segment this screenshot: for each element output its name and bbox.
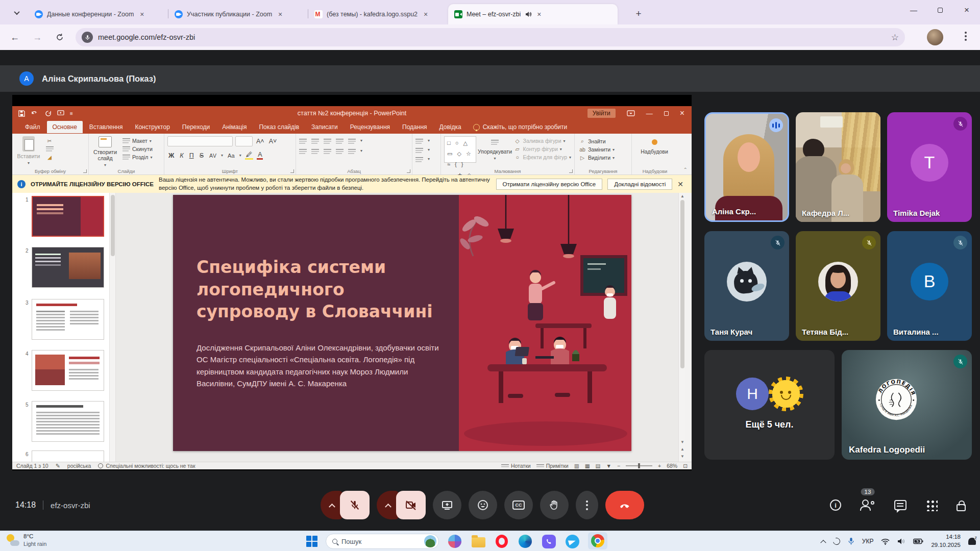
tab-close-icon[interactable]: × xyxy=(422,10,430,18)
raise-hand-button[interactable] xyxy=(540,491,569,519)
camera-control[interactable] xyxy=(377,491,426,519)
dialog-launcher-icon[interactable] xyxy=(569,169,573,173)
font-color-button[interactable]: А xyxy=(257,151,263,160)
slide-sorter-button[interactable]: ▦ xyxy=(585,463,590,469)
search-box[interactable]: Пошук xyxy=(326,534,439,549)
url-text[interactable]: meet.google.com/efz-osvr-zbi xyxy=(98,33,195,41)
menu-review[interactable]: Рецензування xyxy=(345,121,396,133)
smartart-convert-icon[interactable] xyxy=(415,157,423,163)
forward-button[interactable]: → xyxy=(30,30,45,45)
layout-button[interactable]: Макет▾ xyxy=(122,138,153,144)
window-minimize-button[interactable]: — xyxy=(900,0,927,20)
normal-view-button[interactable]: ▥ xyxy=(574,463,579,469)
qat-customize-icon[interactable]: ≡ xyxy=(70,111,73,116)
numbering-icon[interactable] xyxy=(311,138,319,144)
tab-close-icon[interactable]: × xyxy=(138,10,146,18)
reload-button[interactable] xyxy=(52,30,67,45)
mic-permission-icon[interactable] xyxy=(82,32,93,43)
shape-effects-button[interactable]: ○Ефекти для фігур▾ xyxy=(514,154,571,160)
tab-gmail[interactable]: (без темы) - kafedra.logo.sspu2 × xyxy=(308,4,447,24)
start-slideshow-icon[interactable] xyxy=(57,110,64,116)
thumbnail-item[interactable]: 3 xyxy=(26,299,104,340)
opera-icon[interactable] xyxy=(494,534,509,549)
comments-button[interactable]: Примітки xyxy=(536,463,569,469)
align-right-icon[interactable] xyxy=(324,148,331,155)
chat-button[interactable] xyxy=(894,500,906,510)
license-details-button[interactable]: Докладні відомості xyxy=(607,179,672,190)
menu-transitions[interactable]: Переходи xyxy=(177,121,215,133)
start-button[interactable] xyxy=(306,536,317,547)
participant-tile-alina[interactable]: Аліна Скр... xyxy=(704,112,789,222)
thumbnail-slide-2[interactable] xyxy=(32,247,104,288)
participant-tile-kafedra-logopedii[interactable]: ЛОГОПЕДІЯ СумДПУ імені А.С. Макаренка Ka… xyxy=(842,350,972,460)
arrange-button[interactable]: Упорядкувати▾ xyxy=(480,136,510,163)
dialog-launcher-icon[interactable] xyxy=(290,169,294,173)
align-text-icon[interactable] xyxy=(415,147,423,154)
telegram-icon[interactable] xyxy=(565,534,580,549)
change-case-button[interactable]: Аа xyxy=(227,153,236,159)
end-call-button[interactable] xyxy=(605,491,644,519)
underline-button[interactable]: П xyxy=(188,152,195,159)
next-slide-icon[interactable]: ▼ xyxy=(680,454,684,459)
copy-button[interactable] xyxy=(46,146,54,152)
tab-zoom-1[interactable]: Данные конференции - Zoom × xyxy=(29,4,167,24)
back-button[interactable]: ← xyxy=(7,30,22,45)
participant-tile-vitalina[interactable]: B Виталина ... xyxy=(887,231,972,341)
chrome-taskbar-active[interactable] xyxy=(588,532,607,549)
replace-button[interactable]: abЗамінити▾ xyxy=(579,146,628,153)
menu-slideshow[interactable]: Показ слайдів xyxy=(253,121,305,133)
signin-button[interactable]: Увійти xyxy=(587,109,616,118)
more-options-button[interactable] xyxy=(576,491,598,519)
italic-button[interactable]: К xyxy=(179,152,184,159)
zoom-slider-handle[interactable] xyxy=(638,463,640,468)
thumbnail-item[interactable]: 6 xyxy=(26,450,104,462)
reading-view-button[interactable]: ▤ xyxy=(596,463,601,469)
decrease-indent-icon[interactable] xyxy=(324,138,331,144)
ppt-minimize-button[interactable]: — xyxy=(646,110,653,117)
thumbnail-item[interactable]: 5 xyxy=(26,401,104,442)
mic-control[interactable] xyxy=(321,491,370,519)
paste-button[interactable]: Вставити▾ xyxy=(15,136,42,165)
thumbnail-scrollbar[interactable] xyxy=(110,193,116,462)
present-button[interactable] xyxy=(433,491,461,519)
update-sync-icon[interactable] xyxy=(831,536,841,546)
clock[interactable]: 14:18 29.10.2025 xyxy=(931,533,961,549)
menu-view[interactable]: Подання xyxy=(397,121,432,133)
language-indicator[interactable]: УКР xyxy=(862,538,874,545)
participant-tile-kafedra-l[interactable]: Кафедра Л... xyxy=(796,112,880,222)
language-indicator[interactable]: російська xyxy=(67,463,91,469)
tab-zoom-2[interactable]: Участник публикации - Zoom × xyxy=(168,4,307,24)
redo-icon[interactable] xyxy=(45,110,52,117)
menu-help[interactable]: Довідка xyxy=(434,121,467,133)
photos-app-icon[interactable] xyxy=(447,534,462,549)
menu-design[interactable]: Конструктор xyxy=(129,121,175,133)
scroll-down-icon[interactable]: ▼ xyxy=(680,440,684,444)
bold-button[interactable]: Ж xyxy=(167,152,175,159)
section-button[interactable]: Розділ▾ xyxy=(122,154,153,160)
addins-button[interactable]: Надбудови xyxy=(635,136,674,155)
current-slide[interactable]: Специфіка системи логопедичного супровод… xyxy=(173,195,631,451)
zoom-out-button[interactable]: − xyxy=(617,463,620,469)
thumbnail-item[interactable]: 4 xyxy=(26,350,104,391)
ppt-restore-button[interactable] xyxy=(664,111,669,116)
participant-tile-tanya[interactable]: Таня Курач xyxy=(704,231,789,341)
tell-me-box[interactable]: Скажіть, що потрібно зробити xyxy=(473,123,568,131)
dialog-launcher-icon[interactable] xyxy=(407,169,410,173)
fit-to-window-icon[interactable]: ⊡ xyxy=(683,463,688,469)
align-left-icon[interactable] xyxy=(299,148,307,155)
find-button[interactable]: ⌕Знайти xyxy=(579,138,628,144)
menu-file[interactable]: Файл xyxy=(19,121,46,133)
weather-widget[interactable]: 8°C Light rain xyxy=(6,533,46,547)
notifications-bell-icon[interactable] xyxy=(968,538,976,545)
slide-vertical-scrollbar[interactable]: ▲ ▼ ▲ ▼ xyxy=(678,193,685,462)
text-direction-icon[interactable] xyxy=(415,138,423,144)
thumbnail-slide-3[interactable] xyxy=(32,299,104,340)
tab-close-icon[interactable]: × xyxy=(276,10,284,18)
ribbon-display-options-icon[interactable] xyxy=(627,110,635,116)
shrink-font-button[interactable]: A˅ xyxy=(268,138,278,145)
save-icon[interactable] xyxy=(18,110,25,117)
edge-icon[interactable] xyxy=(518,534,533,549)
zoom-slider[interactable] xyxy=(626,465,652,466)
highlight-button[interactable]: 🖉 xyxy=(245,151,254,160)
justify-icon[interactable] xyxy=(336,148,344,155)
